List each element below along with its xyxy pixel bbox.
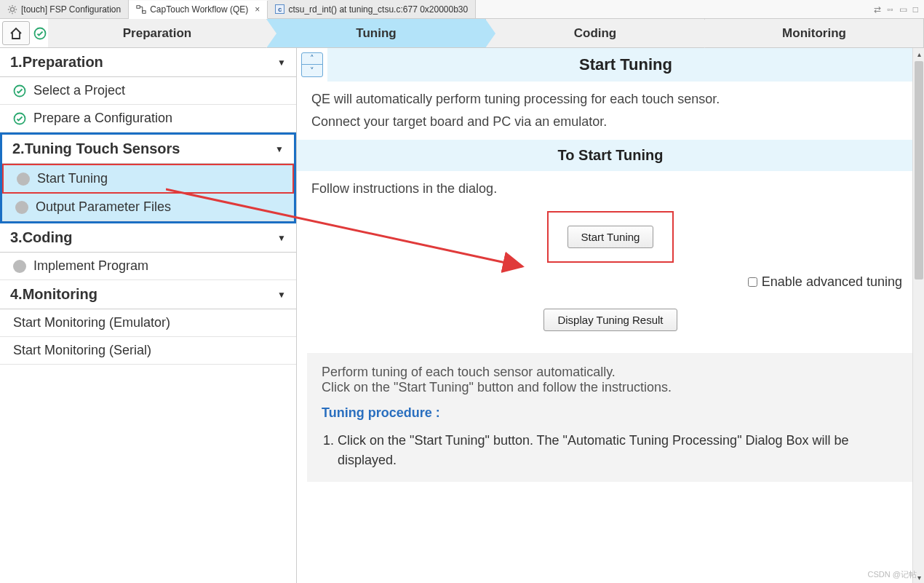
status-check-icon bbox=[32, 19, 48, 47]
info-line: Perform tuning of each touch sensor auto… bbox=[322, 365, 899, 380]
checkbox-label: Enable advanced tuning bbox=[762, 274, 902, 290]
tab-label: ctsu_rd_int() at tuning_ctsu.c:677 0x200… bbox=[288, 4, 468, 15]
sidebar-item-label: Implement Program bbox=[33, 258, 148, 274]
display-result-row: Display Tuning Result bbox=[297, 301, 924, 349]
advanced-tuning-row: Enable advanced tuning bbox=[297, 270, 924, 301]
annotation-red-box-sidebar: Start Tuning bbox=[2, 164, 294, 194]
sidebar-item-implement-program[interactable]: Implement Program bbox=[0, 253, 296, 280]
chevron-down-icon: ▼ bbox=[277, 233, 286, 243]
tab-source-file[interactable]: c ctsu_rd_int() at tuning_ctsu.c:677 0x2… bbox=[268, 0, 476, 18]
maximize-icon[interactable]: □ bbox=[913, 4, 918, 15]
sidebar-item-start-tuning[interactable]: Start Tuning bbox=[4, 165, 292, 192]
content-panel: ˄ ˅ Start Tuning QE will automatically p… bbox=[297, 48, 924, 583]
svg-point-0 bbox=[10, 7, 14, 11]
panel-title-to-start: To Start Tuning bbox=[297, 140, 924, 171]
bullet-icon bbox=[15, 201, 28, 214]
svg-rect-1 bbox=[137, 6, 140, 9]
info-line: Click on the "Start Tuning" button and f… bbox=[322, 380, 899, 395]
sidebar-item-select-project[interactable]: Select a Project bbox=[0, 77, 296, 105]
scroll-thumb[interactable] bbox=[915, 61, 923, 279]
workflow-stepbar: Preparation Tuning Coding Monitoring bbox=[0, 19, 924, 48]
chevron-down-icon[interactable]: ˅ bbox=[302, 65, 322, 76]
chevron-down-icon: ▼ bbox=[275, 144, 284, 154]
start-tuning-button[interactable]: Start Tuning bbox=[567, 226, 654, 248]
chevron-down-icon: ▼ bbox=[277, 57, 286, 68]
close-icon[interactable]: × bbox=[255, 4, 260, 15]
svg-rect-2 bbox=[143, 11, 146, 14]
step-preparation[interactable]: Preparation bbox=[48, 19, 267, 47]
watermark: CSDN @记帖 bbox=[868, 569, 917, 580]
display-tuning-result-button[interactable]: Display Tuning Result bbox=[543, 309, 677, 331]
scroll-stepper[interactable]: ˄ ˅ bbox=[301, 52, 323, 77]
section-title: 1.Preparation bbox=[10, 54, 103, 71]
sidebar-item-output-params[interactable]: Output Parameter Files bbox=[2, 194, 294, 221]
sidebar-item-label: Select a Project bbox=[33, 83, 125, 98]
scroll-up-button[interactable]: ▴ bbox=[913, 48, 924, 60]
sidebar-item-label: Output Parameter Files bbox=[36, 199, 171, 215]
instruction-line: Follow instructions in the dialog. bbox=[297, 171, 924, 197]
restore-icon[interactable]: ⇄ bbox=[874, 4, 881, 15]
step-label: Coding bbox=[574, 26, 617, 41]
panel-title-start-tuning: Start Tuning bbox=[327, 48, 924, 82]
step-label: Preparation bbox=[123, 26, 191, 41]
section-coding[interactable]: 3.Coding ▼ bbox=[0, 223, 296, 253]
procedure-heading: Tuning procedure : bbox=[322, 405, 899, 421]
sidebar-item-monitor-emulator[interactable]: Start Monitoring (Emulator) bbox=[0, 309, 296, 337]
sidebar-item-prepare-config[interactable]: Prepare a Configuration bbox=[0, 105, 296, 132]
procedure-step: Click on the "Start Tuning" button. The … bbox=[338, 431, 899, 470]
annotation-red-box-button: Start Tuning bbox=[547, 211, 674, 263]
section-preparation[interactable]: 1.Preparation ▼ bbox=[0, 48, 296, 77]
section-title: 2.Tuning Touch Sensors bbox=[12, 140, 180, 157]
chevron-up-icon[interactable]: ˄ bbox=[302, 53, 322, 65]
tabbar-right-controls: ⇄ ▫▫ ▭ □ bbox=[874, 4, 924, 15]
start-tuning-row: Start Tuning bbox=[297, 197, 924, 270]
section-monitoring[interactable]: 4.Monitoring ▼ bbox=[0, 280, 296, 309]
procedure-list: Click on the "Start Tuning" button. The … bbox=[338, 431, 899, 470]
workflow-icon bbox=[136, 4, 146, 15]
bullet-icon bbox=[17, 172, 30, 186]
main-split: 1.Preparation ▼ Select a Project Prepare… bbox=[0, 48, 924, 583]
tab-fsp-config[interactable]: [touch] FSP Configuration bbox=[0, 0, 129, 18]
tab-label: CapTouch Workflow (QE) bbox=[150, 4, 248, 15]
section-title: 4.Monitoring bbox=[10, 286, 97, 303]
check-icon bbox=[13, 84, 26, 98]
view-menu-icon[interactable]: ▫▫ bbox=[887, 4, 893, 15]
step-label: Monitoring bbox=[782, 26, 846, 41]
gear-icon bbox=[7, 4, 17, 15]
workflow-sidebar: 1.Preparation ▼ Select a Project Prepare… bbox=[0, 48, 297, 583]
chevron-down-icon: ▼ bbox=[277, 290, 286, 300]
step-coding[interactable]: Coding bbox=[486, 19, 705, 47]
sidebar-item-label: Start Monitoring (Emulator) bbox=[13, 315, 170, 330]
sidebar-item-monitor-serial[interactable]: Start Monitoring (Serial) bbox=[0, 337, 296, 365]
step-monitoring[interactable]: Monitoring bbox=[705, 19, 924, 47]
sidebar-item-label: Prepare a Configuration bbox=[33, 111, 172, 126]
home-button[interactable] bbox=[2, 21, 30, 45]
tab-captouch-workflow[interactable]: CapTouch Workflow (QE) × bbox=[129, 1, 268, 19]
section-tuning[interactable]: 2.Tuning Touch Sensors ▼ bbox=[2, 135, 294, 164]
enable-advanced-tuning-checkbox[interactable] bbox=[748, 277, 757, 287]
section-tuning-highlight: 2.Tuning Touch Sensors ▼ Start Tuning Ou… bbox=[0, 132, 296, 223]
bullet-icon bbox=[13, 260, 26, 273]
editor-tabbar: [touch] FSP Configuration CapTouch Workf… bbox=[0, 0, 924, 19]
description-line: Connect your target board and PC via an … bbox=[311, 114, 909, 130]
sidebar-item-label: Start Tuning bbox=[37, 171, 108, 186]
step-label: Tuning bbox=[356, 26, 396, 41]
info-block: Perform tuning of each touch sensor auto… bbox=[307, 353, 914, 482]
check-icon bbox=[13, 112, 26, 125]
vertical-scrollbar[interactable]: ▴ ▾ bbox=[912, 48, 924, 583]
description-line: QE will automatically perform tuning pro… bbox=[311, 92, 909, 107]
minimize-icon[interactable]: ▭ bbox=[899, 4, 907, 15]
section-title: 3.Coding bbox=[10, 229, 73, 246]
c-file-icon: c bbox=[275, 4, 284, 14]
sidebar-item-label: Start Monitoring (Serial) bbox=[13, 343, 151, 358]
step-tuning[interactable]: Tuning bbox=[267, 19, 486, 47]
panel-description: QE will automatically perform tuning pro… bbox=[297, 82, 924, 140]
tab-label: [touch] FSP Configuration bbox=[21, 4, 121, 15]
